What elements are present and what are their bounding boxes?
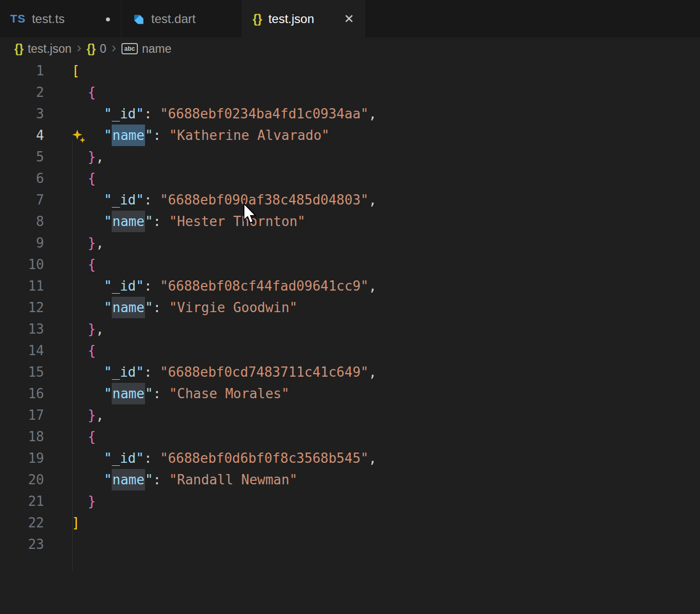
- breadcrumb-item-file[interactable]: {} test.json: [14, 42, 72, 56]
- code-text: },: [72, 404, 700, 426]
- code-token: [72, 407, 88, 423]
- code-text: "name": "Hester Thornton": [72, 211, 700, 232]
- line-number[interactable]: 4: [0, 125, 44, 146]
- line-number[interactable]: 1: [0, 60, 44, 81]
- code-token: ": [145, 386, 153, 401]
- code-token: ,: [368, 451, 377, 466]
- code-line[interactable]: 3 "_id": "6688ebf0234ba4fd1c0934aa",: [0, 103, 700, 125]
- line-number[interactable]: 7: [0, 189, 44, 211]
- code-line[interactable]: 16 "name": "Chase Morales": [0, 383, 700, 404]
- symbol-string-icon: abc: [121, 43, 138, 54]
- code-line[interactable]: 7 "_id": "6688ebf090af38c485d04803",: [0, 189, 700, 211]
- code-line[interactable]: 8 "name": "Hester Thornton": [0, 211, 700, 232]
- code-token: ": [104, 128, 112, 143]
- tab-label: test.ts: [32, 12, 65, 26]
- code-line[interactable]: 21 }: [0, 490, 700, 512]
- gutter: [44, 103, 72, 125]
- code-line[interactable]: 10 {: [0, 254, 700, 275]
- line-number[interactable]: 22: [0, 512, 44, 534]
- line-number[interactable]: 18: [0, 426, 44, 447]
- gutter: [44, 512, 72, 534]
- code-token: ": [104, 386, 112, 401]
- code-token: name: [112, 211, 145, 232]
- line-number[interactable]: 3: [0, 103, 44, 125]
- code-editor[interactable]: 1[2 {3 "_id": "6688ebf0234ba4fd1c0934aa"…: [0, 60, 700, 555]
- code-line[interactable]: 6 {: [0, 168, 700, 189]
- code-line[interactable]: 13 },: [0, 318, 700, 340]
- tab-test-dart[interactable]: test.dart: [121, 0, 242, 37]
- code-token: {: [88, 343, 96, 358]
- object-braces-icon: {}: [87, 42, 96, 56]
- code-token: "_id": [104, 106, 144, 121]
- gutter: [44, 383, 72, 404]
- code-token: :: [153, 386, 169, 401]
- breadcrumb-label: 0: [100, 42, 107, 56]
- line-number[interactable]: 15: [0, 361, 44, 383]
- code-token: name: [112, 383, 145, 404]
- code-line[interactable]: 11 "_id": "6688ebf08cf44fad09641cc9",: [0, 275, 700, 297]
- json-braces-icon: {}: [253, 12, 262, 26]
- line-number[interactable]: 23: [0, 534, 44, 555]
- code-line[interactable]: 19 "_id": "6688ebf0d6bf0f8c3568b545",: [0, 447, 700, 469]
- code-token: [72, 192, 104, 208]
- code-token: ]: [72, 515, 80, 530]
- code-token: "_id": [104, 364, 144, 380]
- code-line[interactable]: 5 },: [0, 146, 700, 168]
- line-number[interactable]: 2: [0, 81, 44, 103]
- code-line[interactable]: 2 {: [0, 81, 700, 103]
- code-token: [: [72, 63, 80, 78]
- tab-test-json[interactable]: {} test.json ✕: [242, 0, 365, 37]
- gutter: [44, 447, 72, 469]
- line-number[interactable]: 13: [0, 318, 44, 340]
- line-number[interactable]: 19: [0, 447, 44, 469]
- line-number[interactable]: 10: [0, 254, 44, 275]
- tab-test-ts[interactable]: TS test.ts ●: [0, 0, 121, 37]
- code-token: :: [144, 451, 160, 466]
- gutter: [44, 534, 72, 555]
- code-line[interactable]: 14 {: [0, 340, 700, 361]
- gutter: [44, 426, 72, 447]
- code-line[interactable]: 9 },: [0, 232, 700, 254]
- code-line[interactable]: 1[: [0, 60, 700, 81]
- gutter: [44, 232, 72, 254]
- breadcrumb-item-object[interactable]: {} 0: [87, 42, 107, 56]
- code-token: ,: [368, 192, 377, 208]
- line-number[interactable]: 16: [0, 383, 44, 404]
- code-line[interactable]: 12 "name": "Virgie Goodwin": [0, 297, 700, 318]
- line-number[interactable]: 8: [0, 211, 44, 232]
- line-number[interactable]: 5: [0, 146, 44, 168]
- code-line[interactable]: 17 },: [0, 404, 700, 426]
- gutter: [44, 81, 72, 103]
- code-text: "name": "Virgie Goodwin": [72, 297, 700, 318]
- code-line[interactable]: 20 "name": "Randall Newman": [0, 469, 700, 490]
- code-token: "6688ebf08cf44fad09641cc9": [160, 278, 368, 294]
- code-token: :: [144, 364, 160, 380]
- code-text: "name": "Randall Newman": [72, 469, 700, 490]
- code-line[interactable]: 15 "_id": "6688ebf0cd7483711c41c649",: [0, 361, 700, 383]
- close-icon[interactable]: ✕: [344, 13, 354, 25]
- modified-dot-icon[interactable]: ●: [105, 14, 111, 24]
- copilot-sparkle-icon[interactable]: [72, 128, 86, 142]
- code-text: },: [72, 232, 700, 254]
- code-line[interactable]: 4 "name": "Katherine Alvarado": [0, 125, 700, 146]
- code-token: [72, 171, 88, 186]
- code-token: ,: [96, 149, 104, 165]
- line-number[interactable]: 17: [0, 404, 44, 426]
- code-token: ": [104, 300, 112, 315]
- breadcrumb-item-property[interactable]: abc name: [121, 42, 172, 56]
- code-line[interactable]: 18 {: [0, 426, 700, 447]
- code-lines: 1[2 {3 "_id": "6688ebf0234ba4fd1c0934aa"…: [0, 60, 700, 555]
- dart-icon: [132, 12, 145, 26]
- line-number[interactable]: 20: [0, 469, 44, 490]
- code-token: {: [88, 171, 96, 186]
- line-number[interactable]: 11: [0, 275, 44, 297]
- code-token: [72, 106, 104, 121]
- code-line[interactable]: 23: [0, 534, 700, 555]
- line-number[interactable]: 14: [0, 340, 44, 361]
- line-number[interactable]: 21: [0, 490, 44, 512]
- line-number[interactable]: 6: [0, 168, 44, 189]
- line-number[interactable]: 9: [0, 232, 44, 254]
- line-number[interactable]: 12: [0, 297, 44, 318]
- code-token: "Hester Thornton": [169, 214, 305, 229]
- code-line[interactable]: 22]: [0, 512, 700, 534]
